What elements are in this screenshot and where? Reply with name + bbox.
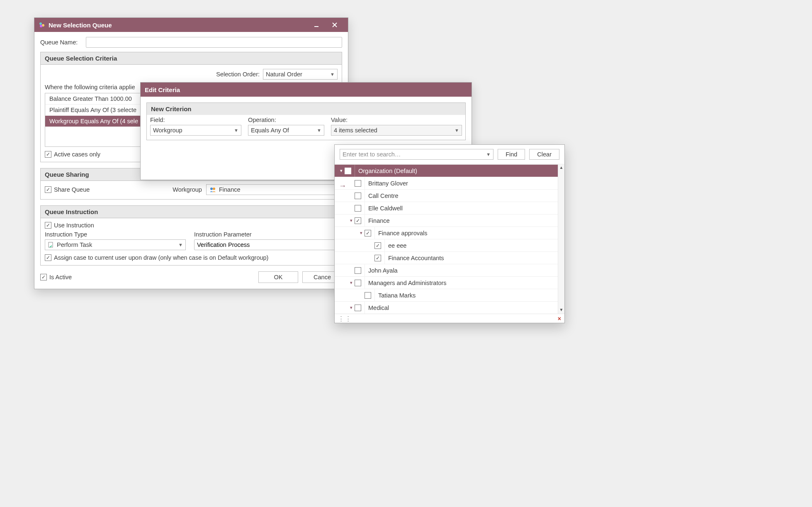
tree-row[interactable]: ▾Managers and Administrators [335, 277, 564, 289]
operation-value: Equals Any Of [251, 127, 289, 134]
tree-checkbox[interactable]: ✓ [355, 217, 361, 224]
tree-checkbox[interactable]: ✓ [365, 230, 371, 236]
tree-checkbox[interactable]: ✓ [374, 255, 381, 261]
task-icon [48, 241, 54, 248]
svg-point-0 [39, 22, 42, 25]
tree-search-placeholder: Enter text to search… [343, 151, 401, 158]
resize-grip-icon[interactable]: ⋮⋮ [338, 315, 352, 322]
tree-checkbox[interactable] [355, 205, 361, 212]
share-queue-label: Share Queue [54, 186, 90, 193]
scroll-down-icon[interactable]: ▼ [559, 307, 564, 314]
tree-node-label: Brittany Glover [365, 177, 564, 189]
tree-expand-icon[interactable]: ▾ [348, 218, 355, 223]
tree-checkbox[interactable] [355, 267, 361, 274]
tree-checkbox[interactable] [355, 193, 361, 199]
instruction-param-input[interactable] [194, 239, 335, 250]
tree-row[interactable]: Call Centre [335, 190, 564, 202]
tree-node-label: Finance [365, 214, 564, 227]
checkbox-icon: ✓ [45, 254, 51, 261]
assign-case-checkbox[interactable]: ✓ Assign case to current user upon draw … [45, 254, 268, 261]
tree-row[interactable]: ▾✓Finance [335, 214, 564, 227]
tree-row[interactable]: ▾✓Finance approvals [335, 227, 564, 239]
tree-row[interactable]: Elle Caldwell [335, 202, 564, 214]
tree-expand-icon[interactable]: ▾ [358, 230, 365, 236]
operation-combo[interactable]: Equals Any Of ▼ [248, 125, 324, 136]
share-queue-checkbox[interactable]: ✓ Share Queue [45, 186, 90, 193]
tree-node-label: John Ayala [365, 264, 564, 276]
instruction-type-value: Perform Task [57, 241, 92, 248]
field-combo[interactable]: Workgroup ▼ [150, 125, 241, 136]
tree-node-label: Medical [365, 302, 564, 314]
svg-point-2 [40, 25, 42, 27]
checkbox-icon: ✓ [45, 186, 51, 193]
find-button[interactable]: Find [498, 149, 525, 160]
tree-search-input[interactable]: Enter text to search… ▼ [340, 149, 494, 160]
field-value: Workgroup [153, 127, 182, 134]
tree-node-label: ee eee [384, 239, 564, 251]
minimize-button[interactable] [307, 18, 326, 32]
scroll-up-icon[interactable]: ▲ [559, 164, 564, 170]
selection-order-value: Natural Order [266, 71, 302, 78]
chevron-down-icon: ▼ [330, 72, 335, 77]
is-active-checkbox[interactable]: ✓ Is Active [40, 274, 72, 280]
selection-order-combo[interactable]: Natural Order ▼ [263, 69, 338, 80]
tree-node-label: Finance Accountants [384, 252, 564, 264]
value-label: Value: [331, 117, 462, 123]
chevron-down-icon: ▼ [455, 128, 459, 133]
use-instruction-checkbox[interactable]: ✓ Use Instruction [45, 222, 94, 229]
window-title: New Selection Queue [49, 22, 112, 29]
tree-row[interactable]: ▾Organization (Default) [335, 165, 564, 177]
cancel-label: Cance [314, 274, 331, 280]
tree-expand-icon[interactable]: ▾ [348, 280, 355, 285]
tree-row[interactable]: ▾Medical [335, 302, 564, 314]
tree-expand-icon[interactable]: ▾ [338, 168, 345, 173]
field-label: Field: [150, 117, 241, 123]
checkbox-icon: ✓ [45, 151, 51, 158]
workgroup-tree[interactable]: ▾Organization (Default)Brittany GloverCa… [335, 164, 564, 314]
selection-order-label: Selection Order: [45, 71, 263, 78]
queue-icon [39, 22, 45, 28]
tree-row[interactable]: Tatiana Marks [335, 289, 564, 302]
instruction-type-label: Instruction Type [45, 231, 186, 238]
is-active-label: Is Active [49, 274, 72, 280]
tree-node-label: Elle Caldwell [365, 202, 564, 214]
tree-checkbox[interactable]: ✓ [374, 242, 381, 249]
selection-criteria-title: Queue Selection Criteria [41, 52, 342, 65]
queue-instruction-title: Queue Instruction [41, 206, 342, 218]
workgroup-display[interactable]: Finance [206, 184, 338, 195]
current-row-arrow-icon: → [339, 182, 346, 190]
tree-checkbox[interactable] [355, 305, 361, 311]
new-criterion-title: New Criterion [147, 103, 465, 115]
titlebar[interactable]: New Selection Queue [34, 18, 348, 32]
find-label: Find [506, 151, 517, 158]
dropdown-close-icon[interactable]: × [558, 315, 561, 322]
tree-checkbox[interactable] [345, 168, 351, 174]
clear-button[interactable]: Clear [529, 149, 559, 160]
close-button[interactable] [326, 18, 344, 32]
tree-checkbox[interactable] [355, 280, 361, 286]
checkbox-icon: ✓ [45, 222, 51, 229]
instruction-param-label: Instruction Parameter [194, 231, 335, 238]
active-cases-only-checkbox[interactable]: ✓ Active cases only [45, 151, 100, 158]
tree-row[interactable]: John Ayala [335, 264, 564, 277]
value-combo[interactable]: 4 items selected ▼ [331, 125, 462, 136]
tree-scrollbar[interactable]: ▲ ▼ [558, 164, 564, 314]
queue-name-input[interactable] [86, 37, 342, 48]
tree-expand-icon[interactable]: ▾ [348, 305, 355, 310]
assign-case-label: Assign case to current user upon draw (o… [54, 254, 268, 261]
tree-checkbox[interactable] [355, 180, 361, 187]
instruction-type-combo[interactable]: Perform Task ▼ [45, 239, 186, 250]
titlebar[interactable]: Edit Criteria [141, 83, 472, 97]
use-instruction-label: Use Instruction [54, 222, 94, 229]
tree-node-label: Call Centre [365, 190, 564, 202]
svg-point-5 [213, 188, 215, 190]
tree-row[interactable]: ✓Finance Accountants [335, 252, 564, 264]
tree-node-label: Managers and Administrators [365, 277, 564, 289]
ok-button[interactable]: OK [258, 271, 298, 283]
queue-name-label: Queue Name: [40, 39, 86, 46]
tree-checkbox[interactable] [365, 292, 371, 299]
tree-row[interactable]: Brittany Glover [335, 177, 564, 190]
clear-label: Clear [537, 151, 552, 158]
tree-row[interactable]: ✓ee eee [335, 239, 564, 252]
value-tree-dropdown: Enter text to search… ▼ Find Clear → ▾Or… [334, 144, 565, 323]
